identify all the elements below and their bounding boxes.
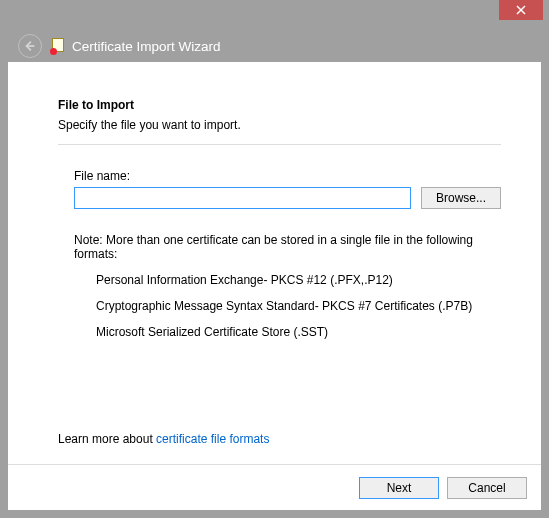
learn-more-link[interactable]: certificate file formats	[156, 432, 269, 446]
wizard-title: Certificate Import Wizard	[72, 39, 221, 54]
format-pfx: Personal Information Exchange- PKCS #12 …	[96, 273, 501, 287]
next-button[interactable]: Next	[359, 477, 439, 499]
learn-more-prefix: Learn more about	[58, 432, 156, 446]
browse-button[interactable]: Browse...	[421, 187, 501, 209]
learn-more: Learn more about certificate file format…	[58, 432, 269, 446]
back-arrow-icon	[23, 39, 37, 53]
format-p7b: Cryptographic Message Syntax Standard- P…	[96, 299, 501, 313]
close-button[interactable]	[499, 0, 543, 20]
file-name-label: File name:	[74, 169, 501, 183]
certificate-icon	[50, 38, 66, 54]
footer: Next Cancel	[8, 464, 541, 510]
format-sst: Microsoft Serialized Certificate Store (…	[96, 325, 501, 339]
titlebar	[0, 0, 549, 30]
cancel-button[interactable]: Cancel	[447, 477, 527, 499]
note-text: Note: More than one certificate can be s…	[74, 233, 501, 261]
page-heading: File to Import	[58, 98, 501, 112]
divider	[58, 144, 501, 145]
close-icon	[516, 5, 526, 15]
file-name-input[interactable]	[74, 187, 411, 209]
page-subheading: Specify the file you want to import.	[58, 118, 501, 132]
client-area: File to Import Specify the file you want…	[8, 62, 541, 510]
back-button[interactable]	[18, 34, 42, 58]
